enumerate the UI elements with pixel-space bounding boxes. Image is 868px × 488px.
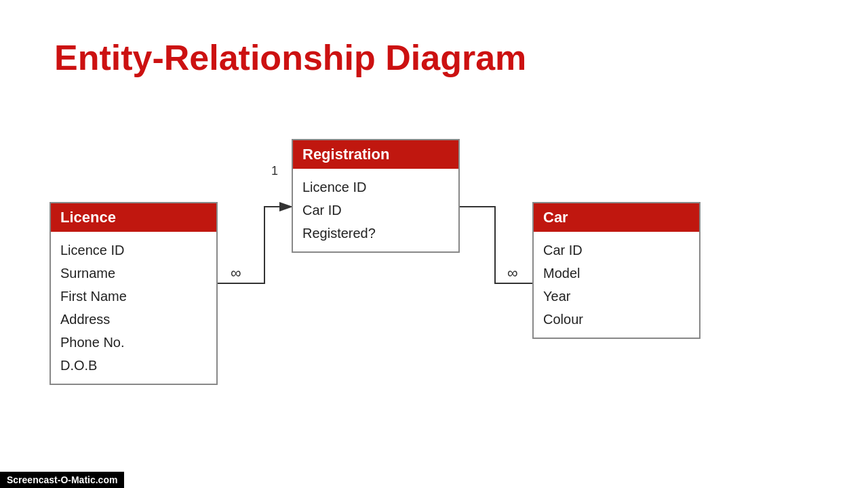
licence-field-5: Phone No. bbox=[60, 331, 207, 354]
car-field-3: Year bbox=[543, 285, 690, 308]
registration-field-2: Car ID bbox=[302, 199, 449, 222]
licence-header: Licence bbox=[51, 203, 216, 232]
car-field-4: Colour bbox=[543, 308, 690, 331]
registration-field-1: Licence ID bbox=[302, 176, 449, 199]
svg-text:∞: ∞ bbox=[231, 264, 241, 281]
car-field-1: Car ID bbox=[543, 239, 690, 262]
registration-header: Registration bbox=[293, 140, 458, 169]
licence-field-1: Licence ID bbox=[60, 239, 207, 262]
car-body: Car ID Model Year Colour bbox=[534, 232, 699, 338]
car-header: Car bbox=[534, 203, 699, 232]
licence-field-4: Address bbox=[60, 308, 207, 331]
registration-body: Licence ID Car ID Registered? bbox=[293, 169, 458, 251]
svg-text:1: 1 bbox=[271, 164, 278, 178]
page-title: Entity-Relationship Diagram bbox=[54, 37, 526, 78]
licence-body: Licence ID Surname First Name Address Ph… bbox=[51, 232, 216, 384]
watermark: Screencast-O-Matic.com bbox=[0, 472, 124, 488]
svg-text:∞: ∞ bbox=[507, 264, 518, 281]
licence-field-3: First Name bbox=[60, 285, 207, 308]
registration-field-3: Registered? bbox=[302, 222, 449, 245]
licence-entity: Licence Licence ID Surname First Name Ad… bbox=[50, 202, 218, 385]
registration-entity: Registration Licence ID Car ID Registere… bbox=[292, 139, 460, 253]
licence-field-2: Surname bbox=[60, 262, 207, 285]
car-entity: Car Car ID Model Year Colour bbox=[532, 202, 701, 339]
car-field-2: Model bbox=[543, 262, 690, 285]
licence-field-6: D.O.B bbox=[60, 354, 207, 377]
